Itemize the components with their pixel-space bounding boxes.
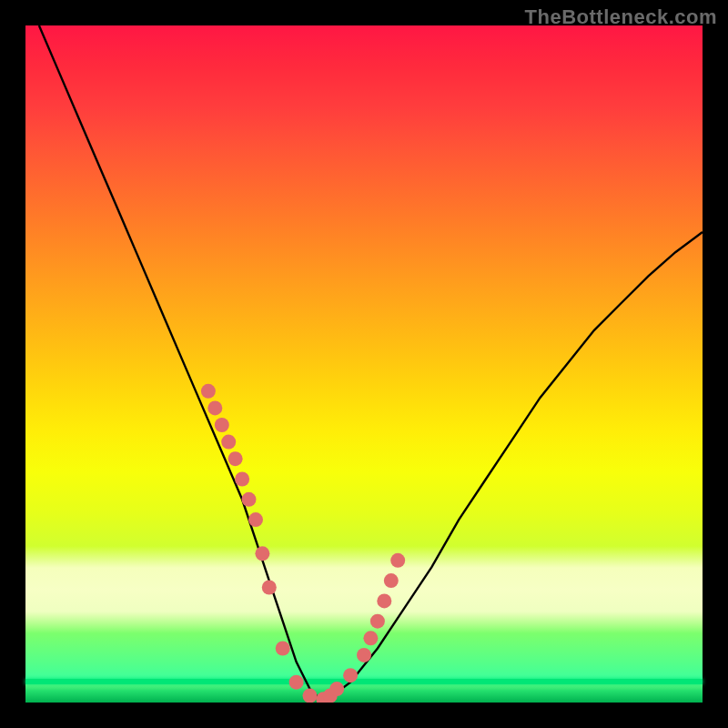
watermark-text: TheBottleneck.com <box>525 5 717 29</box>
chart-plot-area <box>25 25 703 703</box>
chart-frame: TheBottleneck.com <box>0 0 728 728</box>
